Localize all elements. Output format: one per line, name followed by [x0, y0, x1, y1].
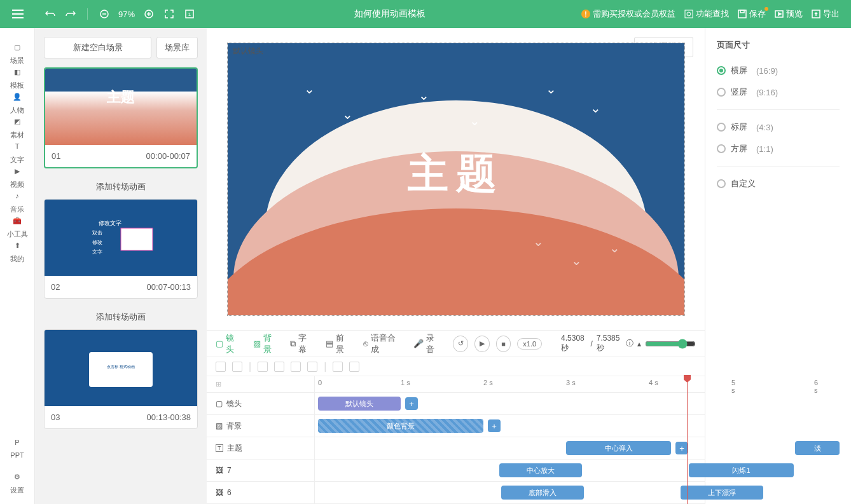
export-button[interactable]: 导出 — [812, 8, 840, 20]
timeline: ▢镜头 ▨背景 ⧉字幕 ▤前景 ⎋语音合成 🎤录音 ↺ ▶ ■ x1.0 4.5… — [207, 330, 705, 504]
rewind-button[interactable]: ↺ — [453, 336, 468, 352]
svg-text:文字: 文字 — [92, 249, 102, 255]
panel-title: 页面尺寸 — [717, 39, 840, 51]
zoom-out-button[interactable] — [95, 5, 113, 23]
zoom-in-button[interactable] — [140, 5, 158, 23]
svg-rect-10 — [685, 10, 693, 18]
timeline-time: 4.5308 秒 / 7.5385 秒 ⓘ ▴ — [561, 334, 696, 353]
collapse-icon[interactable]: ▴ — [637, 339, 641, 348]
feature-search-link[interactable]: 功能查找 — [684, 8, 729, 20]
align-left-icon[interactable] — [258, 362, 268, 372]
canvas[interactable]: 默认镜头 ⌄ ⌄ ⌄ ⌄ ⌄ ⌄ ⌄ ⌄ ⌄ 主题 — [227, 43, 685, 316]
rail-设置[interactable]: ⚙设置 — [10, 470, 24, 495]
svg-rect-18 — [121, 228, 153, 250]
playback-speed[interactable]: x1.0 — [517, 338, 542, 350]
rail-人物[interactable]: 👤人物 — [7, 90, 28, 115]
scene-card-03[interactable]: 点击标 格式动画 0300:13-00:38 — [44, 329, 198, 429]
svg-rect-24 — [89, 352, 153, 387]
tab-camera[interactable]: ▢镜头 — [216, 332, 240, 355]
svg-rect-13 — [740, 10, 744, 13]
svg-text:1: 1 — [188, 11, 191, 17]
filter-icon[interactable] — [216, 362, 226, 372]
play-button[interactable]: ▶ — [474, 336, 490, 352]
new-blank-scene-button[interactable]: 新建空白场景 — [44, 37, 151, 58]
canvas-title-text[interactable]: 主题 — [408, 146, 504, 201]
left-rail: ▢场景◧模板👤人物◩素材T文字▶视频♪音乐🧰小工具⬆我的 PPPT⚙设置 — [0, 28, 35, 504]
add-clip-button-2[interactable]: + — [488, 419, 501, 432]
right-panel: 页面尺寸 横屏(16:9)竖屏(9:16)标屏(4:3)方屏(1:1)自定义 — [705, 28, 851, 504]
rail-PPT[interactable]: PPPT — [10, 436, 24, 459]
zoom-percent: 97% — [116, 10, 137, 19]
rail-文字[interactable]: T文字 — [7, 140, 28, 165]
scenes-panel: 新建空白场景 场景库 0100:00-00:07 添加转场动画 修改文字双击修改… — [35, 28, 207, 504]
clip-center-bounce[interactable]: 中心弹入 — [566, 441, 671, 455]
add-transition-button[interactable]: 添加转场动画 — [44, 175, 198, 199]
tab-tts[interactable]: ⎋语音合成 — [363, 332, 401, 355]
align-right-icon[interactable] — [291, 362, 301, 372]
rail-视频[interactable]: ▶视频 — [7, 165, 28, 189]
distribute-h-icon[interactable] — [333, 362, 343, 372]
tab-subtitle[interactable]: ⧉字幕 — [290, 332, 313, 355]
tab-background[interactable]: ▨背景 — [253, 332, 278, 355]
ratio-自定义[interactable]: 自定义 — [717, 173, 840, 194]
undo-button[interactable] — [41, 5, 59, 23]
rail-模板[interactable]: ◧模板 — [7, 65, 28, 90]
rail-场景[interactable]: ▢场景 — [7, 41, 28, 65]
add-clip-button-3[interactable]: + — [675, 442, 688, 454]
info-icon[interactable]: ⓘ — [626, 338, 633, 349]
preview-button[interactable]: 预览 — [775, 8, 803, 20]
fit-screen-button[interactable] — [160, 5, 178, 23]
svg-rect-12 — [738, 10, 746, 18]
rail-我的[interactable]: ⬆我的 — [7, 239, 28, 264]
clip-center-zoom[interactable]: 中心放大 — [499, 463, 582, 477]
stop-button[interactable]: ■ — [496, 336, 511, 352]
svg-text:修改: 修改 — [92, 240, 102, 245]
ratio-方屏[interactable]: 方屏(1:1) — [717, 138, 840, 160]
canvas-area: ♫背景音乐 默认镜头 ⌄ ⌄ ⌄ ⌄ ⌄ ⌄ ⌄ ⌄ ⌄ 主题 — [207, 28, 705, 330]
tab-record[interactable]: 🎤录音 — [413, 332, 440, 355]
clip-default-camera[interactable]: 默认镜头 — [318, 397, 401, 411]
menu-button[interactable] — [0, 0, 35, 28]
row-label-6: 🖼6 — [207, 482, 315, 503]
topbar: 97% 1 如何使用动画模板 !需购买授权或会员权益 功能查找 保存 预览 导出 — [0, 0, 851, 28]
align-top-icon[interactable] — [307, 362, 317, 372]
ratio-横屏[interactable]: 横屏(16:9) — [717, 60, 840, 81]
add-clip-button[interactable]: + — [405, 397, 418, 410]
svg-marker-15 — [778, 13, 781, 15]
add-transition-button-2[interactable]: 添加转场动画 — [44, 305, 198, 329]
clip-flash1[interactable]: 闪烁1 — [689, 463, 794, 477]
rail-音乐[interactable]: ♪音乐 — [7, 189, 28, 214]
clip-fade[interactable]: 淡 — [795, 441, 840, 455]
timeline-toolbar: | | — [207, 357, 705, 376]
row-label-camera: ▢镜头 — [207, 393, 315, 414]
scene-library-button[interactable]: 场景库 — [156, 37, 198, 58]
ratio-标屏[interactable]: 标屏(4:3) — [717, 116, 840, 138]
align-center-icon[interactable] — [274, 362, 284, 372]
document-title: 如何使用动画模板 — [198, 8, 581, 20]
clip-float-updown[interactable]: 上下漂浮 — [681, 486, 763, 500]
sort-icon[interactable] — [232, 362, 242, 372]
svg-text:点击标 格式动画: 点击标 格式动画 — [107, 365, 135, 369]
distribute-v-icon[interactable] — [349, 362, 359, 372]
row-label-7: 🖼7 — [207, 460, 315, 481]
svg-text:双击: 双击 — [92, 230, 102, 236]
row-label-bg: ▨背景 — [207, 415, 315, 437]
rail-素材[interactable]: ◩素材 — [7, 115, 28, 140]
redo-button[interactable] — [62, 5, 80, 23]
scene-card-01[interactable]: 0100:00-00:07 — [44, 67, 198, 168]
clip-bottom-slide[interactable]: 底部滑入 — [501, 486, 584, 500]
rail-小工具[interactable]: 🧰小工具 — [7, 214, 28, 239]
svg-point-11 — [687, 12, 691, 16]
license-link[interactable]: !需购买授权或会员权益 — [581, 8, 675, 20]
row-label-title: T主题 — [207, 437, 315, 459]
svg-text:修改文字: 修改文字 — [99, 220, 121, 226]
ratio-竖屏[interactable]: 竖屏(9:16) — [717, 81, 840, 103]
camera-label: 默认镜头 — [233, 46, 263, 57]
save-button[interactable]: 保存 — [738, 8, 766, 20]
scene-card-02[interactable]: 修改文字双击修改文字 0200:07-00:13 — [44, 199, 198, 299]
playhead[interactable] — [687, 376, 688, 504]
actual-size-button[interactable]: 1 — [181, 5, 198, 23]
timeline-zoom-slider[interactable] — [645, 339, 696, 349]
clip-color-bg[interactable]: 颜色背景 — [318, 419, 483, 433]
tab-foreground[interactable]: ▤前景 — [326, 332, 350, 355]
